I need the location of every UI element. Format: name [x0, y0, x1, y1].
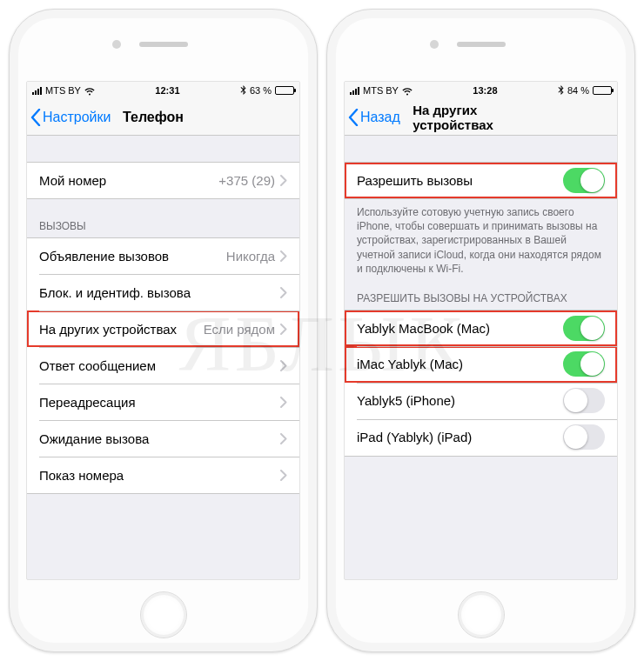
section-header-calls: ВЫЗОВЫ	[27, 215, 299, 237]
bluetooth-icon	[558, 85, 564, 97]
block-label: Блок. и идентиф. вызова	[39, 285, 280, 300]
other-devices-value: Если рядом	[204, 322, 275, 337]
row-device-1[interactable]: iMac Yablyk (Mac)	[345, 346, 617, 383]
row-caller-id[interactable]: Показ номера	[27, 457, 299, 493]
device-label: iPad (Yablyk) (iPad)	[357, 430, 563, 444]
caller-id-label: Показ номера	[39, 468, 280, 483]
home-button[interactable]	[458, 591, 505, 638]
back-button[interactable]: Назад	[345, 109, 400, 126]
chevron-right-icon	[280, 324, 287, 335]
signal-icon	[350, 87, 359, 95]
device-toggle[interactable]	[563, 424, 605, 450]
device-toggle[interactable]	[563, 316, 605, 341]
allow-calls-toggle[interactable]	[563, 168, 605, 193]
chevron-left-icon	[348, 109, 359, 126]
back-button[interactable]: Настройки	[27, 109, 111, 126]
page-title: Телефон	[123, 110, 184, 125]
row-waiting[interactable]: Ожидание вызова	[27, 420, 299, 457]
bluetooth-icon	[240, 85, 246, 97]
device-label: Yablyk5 (iPhone)	[357, 393, 563, 408]
phone-right: MTS BY 13:28 84 % Назад На других устрой…	[326, 9, 635, 652]
row-forwarding[interactable]: Переадресация	[27, 384, 299, 420]
announce-label: Объявление вызовов	[39, 249, 226, 264]
chevron-right-icon	[280, 250, 287, 262]
chevron-right-icon	[280, 175, 287, 186]
row-other-devices[interactable]: На других устройствах Если рядом	[27, 310, 299, 347]
device-label: Yablyk MacBook (Mac)	[357, 321, 563, 336]
device-toggle[interactable]	[563, 351, 605, 377]
navbar: Назад На других устройствах	[345, 99, 617, 136]
phone-left: MTS BY 12:31 63 % Настройки Телефон Мой …	[9, 9, 318, 652]
my-number-value: +375 (29)	[218, 173, 275, 188]
section-header-devices: РАЗРЕШИТЬ ВЫЗОВЫ НА УСТРОЙСТВАХ	[345, 287, 617, 310]
waiting-label: Ожидание вызова	[39, 431, 280, 446]
row-block[interactable]: Блок. и идентиф. вызова	[27, 274, 299, 310]
row-reply[interactable]: Ответ сообщением	[27, 347, 299, 384]
wifi-icon	[84, 87, 95, 95]
forwarding-label: Переадресация	[39, 395, 280, 410]
footer-text-allow: Используйте сотовую учетную запись своег…	[345, 199, 617, 282]
status-bar: MTS BY 13:28 84 %	[345, 82, 617, 99]
wifi-icon	[402, 87, 413, 95]
row-allow-calls[interactable]: Разрешить вызовы	[345, 162, 617, 198]
row-device-0[interactable]: Yablyk MacBook (Mac)	[345, 310, 617, 346]
signal-icon	[32, 87, 42, 95]
my-number-label: Мой номер	[39, 173, 218, 188]
device-toggle[interactable]	[563, 388, 605, 413]
allow-calls-label: Разрешить вызовы	[357, 173, 563, 188]
chevron-right-icon	[280, 433, 287, 444]
screen-left: MTS BY 12:31 63 % Настройки Телефон Мой …	[26, 81, 300, 580]
chevron-left-icon	[30, 109, 41, 126]
carrier-label: MTS BY	[363, 85, 399, 96]
clock: 12:31	[155, 85, 179, 96]
battery-text: 84 %	[567, 85, 589, 96]
navbar: Настройки Телефон	[27, 99, 299, 136]
chevron-right-icon	[280, 470, 287, 481]
status-bar: MTS BY 12:31 63 %	[27, 82, 299, 99]
device-label: iMac Yablyk (Mac)	[357, 357, 563, 371]
chevron-right-icon	[280, 360, 287, 371]
content-left: Мой номер +375 (29) ВЫЗОВЫ Объявление вы…	[27, 136, 299, 494]
row-device-2[interactable]: Yablyk5 (iPhone)	[345, 383, 617, 419]
battery-text: 63 %	[250, 85, 272, 96]
carrier-label: MTS BY	[45, 85, 81, 96]
back-label: Настройки	[43, 110, 111, 125]
row-my-number[interactable]: Мой номер +375 (29)	[27, 162, 299, 198]
chevron-right-icon	[280, 397, 287, 408]
speaker	[457, 42, 506, 47]
front-camera	[112, 40, 121, 49]
row-device-3[interactable]: iPad (Yablyk) (iPad)	[345, 419, 617, 456]
front-camera	[430, 40, 439, 49]
back-label: Назад	[360, 110, 400, 125]
home-button[interactable]	[140, 591, 187, 638]
clock: 13:28	[473, 85, 497, 96]
speaker	[139, 42, 188, 47]
row-announce[interactable]: Объявление вызовов Никогда	[27, 237, 299, 274]
content-right: Разрешить вызовы Используйте сотовую уче…	[345, 136, 617, 457]
announce-value: Никогда	[226, 249, 275, 264]
battery-icon	[275, 86, 294, 95]
page-title: На других устройствах	[413, 103, 549, 132]
other-devices-label: На других устройствах	[39, 322, 204, 337]
reply-label: Ответ сообщением	[39, 358, 280, 373]
screen-right: MTS BY 13:28 84 % Назад На других устрой…	[344, 81, 618, 580]
chevron-right-icon	[280, 287, 287, 298]
battery-icon	[593, 86, 612, 95]
